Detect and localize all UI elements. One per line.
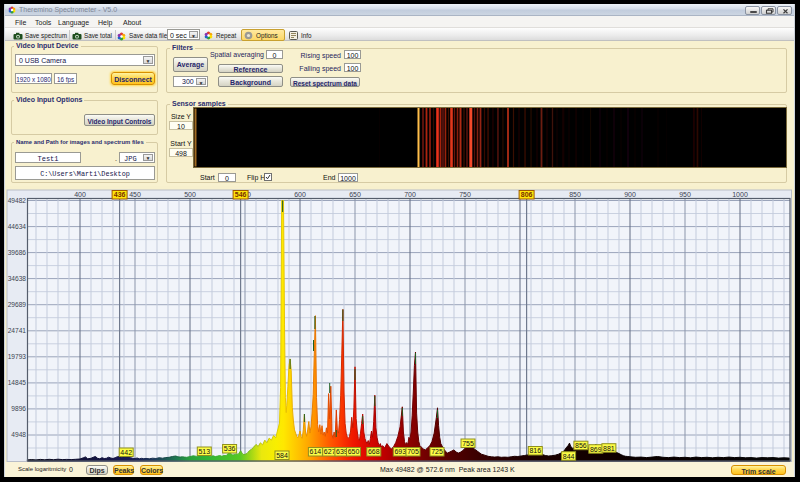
svg-text:29689: 29689 [8, 301, 27, 308]
svg-text:34638: 34638 [8, 275, 27, 282]
svg-text:513: 513 [198, 448, 210, 455]
svg-text:49482: 49482 [8, 197, 27, 204]
svg-text:816: 816 [529, 447, 541, 454]
svg-text:668: 668 [368, 448, 380, 455]
svg-text:700: 700 [404, 191, 416, 198]
svg-text:600: 600 [294, 191, 306, 198]
svg-text:450: 450 [129, 191, 141, 198]
svg-text:14845: 14845 [8, 379, 27, 386]
svg-text:844: 844 [563, 453, 575, 460]
svg-text:725: 725 [431, 448, 443, 455]
svg-text:39686: 39686 [8, 249, 27, 256]
svg-text:44634: 44634 [8, 223, 27, 230]
svg-text:705: 705 [407, 448, 419, 455]
svg-text:869: 869 [590, 446, 602, 453]
svg-text:9896: 9896 [11, 405, 26, 412]
svg-text:856: 856 [575, 442, 587, 449]
svg-text:806: 806 [521, 191, 533, 198]
svg-text:436: 436 [114, 191, 126, 198]
svg-text:850: 850 [569, 191, 581, 198]
svg-text:693: 693 [394, 448, 406, 455]
svg-text:442: 442 [120, 449, 132, 456]
svg-text:750: 750 [459, 191, 471, 198]
svg-text:900: 900 [624, 191, 636, 198]
svg-text:881: 881 [603, 445, 615, 452]
svg-text:546: 546 [235, 191, 247, 198]
svg-text:650: 650 [349, 191, 361, 198]
svg-text:614: 614 [310, 448, 322, 455]
svg-text:19793: 19793 [8, 353, 27, 360]
svg-text:650: 650 [348, 448, 360, 455]
svg-text:500: 500 [184, 191, 196, 198]
svg-text:24741: 24741 [8, 327, 27, 334]
svg-text:627: 627 [324, 448, 336, 455]
svg-text:950: 950 [679, 191, 691, 198]
svg-text:400: 400 [74, 191, 86, 198]
svg-text:1000: 1000 [732, 191, 748, 198]
svg-text:4948: 4948 [11, 431, 26, 438]
svg-text:584: 584 [276, 452, 288, 459]
svg-text:755: 755 [462, 440, 474, 447]
svg-text:536: 536 [224, 445, 236, 452]
